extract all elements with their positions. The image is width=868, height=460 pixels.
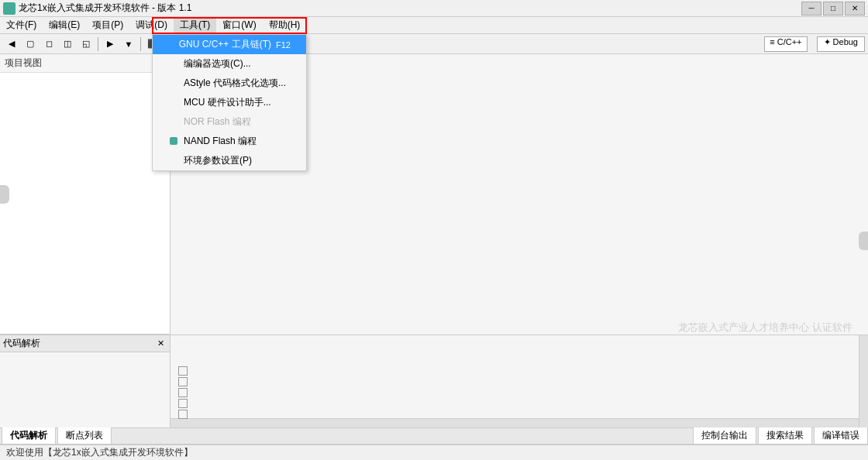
left-resize-handle[interactable] [0,185,9,204]
nand-icon [168,136,179,147]
status-bar: 欢迎使用【龙芯1x嵌入式集成开发环境软件】 [0,445,868,460]
code-analysis-header: 代码解析 ✕ [0,335,170,352]
menu-item-help[interactable]: 帮助(H) [263,17,307,33]
line-num-1 [178,366,188,376]
line-num-4 [178,399,188,408]
menu-item-debug[interactable]: 调试(D) [129,17,174,33]
window-controls: ─ □ ✕ [801,2,865,15]
dropdown-item-mcu-helper[interactable]: MCU 硬件设计助手... [153,93,306,112]
toolbar-run-btn[interactable]: ▶ [102,36,119,53]
dropdown-item-nand-flash[interactable]: NAND Flash 编程 [153,132,306,151]
compiler-label: 编编器选项(C)... [184,57,251,70]
gnu-label: GNU C/C++ 工具链(T) [179,38,271,51]
code-analysis-panel: 代码解析 ✕ [0,335,170,427]
code-analysis-title: 代码解析 [3,337,155,350]
tab-console-output[interactable]: 控制台输出 [693,427,756,444]
bottom-tabs: 代码解析 断点列表 控制台输出 搜索结果 编译错误 [0,427,868,445]
title-bar: 龙芯1x嵌入式集成开发环境软件 - 版本 1.1 ─ □ ✕ [0,0,868,17]
dropdown-item-env-settings[interactable]: 环境参数设置(P) [153,151,306,170]
vertical-scrollbar[interactable] [859,335,868,427]
tab-breakpoints[interactable]: 断点列表 [57,427,112,444]
line-num-5 [178,410,188,419]
editor-area[interactable] [170,335,868,427]
line-num-3 [178,388,188,397]
toolbar-sep-2 [140,37,141,51]
menu-bar: 文件(F) 编辑(E) 项目(P) 调试(D) 工具(T) 窗口(W) 帮助(H… [0,17,868,34]
tab-compile-errors[interactable]: 编译错误 [814,427,868,444]
toolbar-btn-5[interactable]: ◱ [78,36,95,53]
project-view-label: 项目视图 [0,54,170,73]
toolbar-btn-3[interactable]: ◻ [40,36,57,53]
watermark: 龙芯嵌入式产业人才培养中心 认证软件 [678,321,852,335]
restore-button[interactable]: □ [823,2,843,15]
gnu-shortcut: F12 [276,40,291,50]
dropdown-item-nor-flash: NOR Flash 编程 [153,112,306,132]
menu-item-window[interactable]: 窗口(W) [216,17,262,33]
mcu-label: MCU 硬件设计助手... [184,96,271,109]
nor-label: NOR Flash 编程 [184,115,251,129]
menu-item-tools[interactable]: 工具(T) [174,17,216,33]
tools-dropdown: GNU C/C++ 工具链(T) F12 编编器选项(C)... AStyle … [152,34,307,171]
line-numbers [178,366,188,419]
horizontal-scrollbar[interactable] [170,418,859,427]
tab-search-results[interactable]: 搜索结果 [758,427,812,444]
code-analysis-close-button[interactable]: ✕ [155,338,167,348]
right-resize-handle[interactable] [859,232,868,250]
env-label: 环境参数设置(P) [184,154,252,167]
toolbar-btn-4[interactable]: ◫ [59,36,76,53]
status-message: 欢迎使用【龙芯1x嵌入式集成开发环境软件】 [6,446,193,459]
dropdown-item-astyle[interactable]: AStyle 代码格式化选项... [153,74,306,93]
left-panel: 项目视图 代码解析 ✕ [0,54,170,427]
toolbar-arrow-btn[interactable]: ▼ [120,36,137,53]
line-num-2 [178,377,188,386]
debug-config-button[interactable]: ✦ Debug [817,36,865,52]
minimize-button[interactable]: ─ [801,2,822,15]
menu-item-file[interactable]: 文件(F) [0,17,43,33]
toolbar: ◀ ▢ ◻ ◫ ◱ ▶ ▼ ⬛ ⬜ ■ ≡ C/C++ ✦ Debug [0,34,868,54]
dropdown-item-compiler-options[interactable]: 编编器选项(C)... [153,54,306,74]
menu-item-project[interactable]: 项目(P) [86,17,129,33]
nand-label: NAND Flash 编程 [184,135,257,148]
menu-item-edit[interactable]: 编辑(E) [43,17,86,33]
language-selector-button[interactable]: ≡ C/C++ [764,36,807,52]
astyle-label: AStyle 代码格式化选项... [184,77,286,90]
toolbar-btn-1[interactable]: ◀ [3,36,20,53]
main-layout: 项目视图 代码解析 ✕ 龙芯嵌入式产业人才培养中心 认证软件 [0,54,868,427]
app-icon [3,2,16,15]
project-view: 项目视图 [0,54,170,335]
toolbar-sep-1 [98,37,98,51]
tab-code-analysis[interactable]: 代码解析 [2,427,56,444]
dropdown-item-gnu-toolchain[interactable]: GNU C/C++ 工具链(T) F12 [153,35,306,54]
toolbar-btn-2[interactable]: ▢ [22,36,39,53]
title-text: 龙芯1x嵌入式集成开发环境软件 - 版本 1.1 [19,2,801,15]
close-button[interactable]: ✕ [845,2,865,15]
